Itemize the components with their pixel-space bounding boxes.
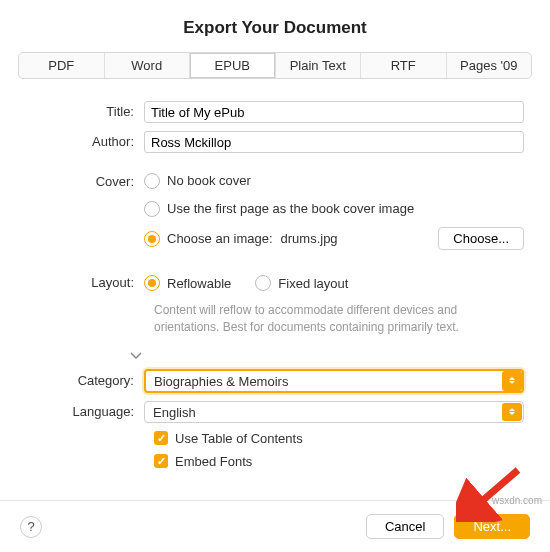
language-value: English xyxy=(144,401,524,423)
format-tabs: PDF Word EPUB Plain Text RTF Pages '09 xyxy=(18,52,532,79)
radio-choose-image[interactable] xyxy=(144,231,160,247)
author-input[interactable] xyxy=(144,131,524,153)
author-label: Author: xyxy=(26,131,144,153)
next-button[interactable]: Next... xyxy=(454,514,530,539)
dialog-title: Export Your Document xyxy=(0,0,550,52)
language-select[interactable]: English xyxy=(144,401,524,423)
radio-reflowable[interactable] xyxy=(144,275,160,291)
disclosure-chevron-icon[interactable] xyxy=(130,348,524,363)
choose-button[interactable]: Choose... xyxy=(438,227,524,250)
title-label: Title: xyxy=(26,101,144,123)
cancel-button[interactable]: Cancel xyxy=(366,514,444,539)
checkbox-toc[interactable]: ✓ xyxy=(154,431,168,445)
help-button[interactable]: ? xyxy=(20,516,42,538)
radio-first-page[interactable] xyxy=(144,201,160,217)
choose-image-label: Choose an image: xyxy=(167,229,273,249)
category-label: Category: xyxy=(26,370,144,392)
toc-label: Use Table of Contents xyxy=(175,431,303,446)
first-page-label: Use the first page as the book cover ima… xyxy=(167,199,414,219)
image-filename: drums.jpg xyxy=(281,229,338,249)
title-input[interactable] xyxy=(144,101,524,123)
dropdown-arrow-icon xyxy=(502,371,522,391)
tab-word[interactable]: Word xyxy=(105,53,191,78)
cover-label: Cover: xyxy=(26,171,144,193)
tab-rtf[interactable]: RTF xyxy=(361,53,447,78)
category-value: Biographies & Memoirs xyxy=(144,369,524,393)
tab-plain-text[interactable]: Plain Text xyxy=(276,53,362,78)
watermark: wsxdn.com xyxy=(492,495,542,506)
checkbox-embed-fonts[interactable]: ✓ xyxy=(154,454,168,468)
no-cover-label: No book cover xyxy=(167,171,251,191)
tab-epub[interactable]: EPUB xyxy=(190,53,276,78)
layout-hint: Content will reflow to accommodate diffe… xyxy=(154,302,524,336)
layout-label: Layout: xyxy=(26,272,144,294)
category-select[interactable]: Biographies & Memoirs xyxy=(144,369,524,393)
language-label: Language: xyxy=(26,401,144,423)
radio-no-cover[interactable] xyxy=(144,173,160,189)
tab-pages09[interactable]: Pages '09 xyxy=(447,53,532,78)
tab-pdf[interactable]: PDF xyxy=(19,53,105,78)
reflowable-label: Reflowable xyxy=(167,276,231,291)
dropdown-arrow-icon xyxy=(502,403,522,421)
radio-fixed[interactable] xyxy=(255,275,271,291)
fixed-label: Fixed layout xyxy=(278,276,348,291)
embed-fonts-label: Embed Fonts xyxy=(175,454,252,469)
